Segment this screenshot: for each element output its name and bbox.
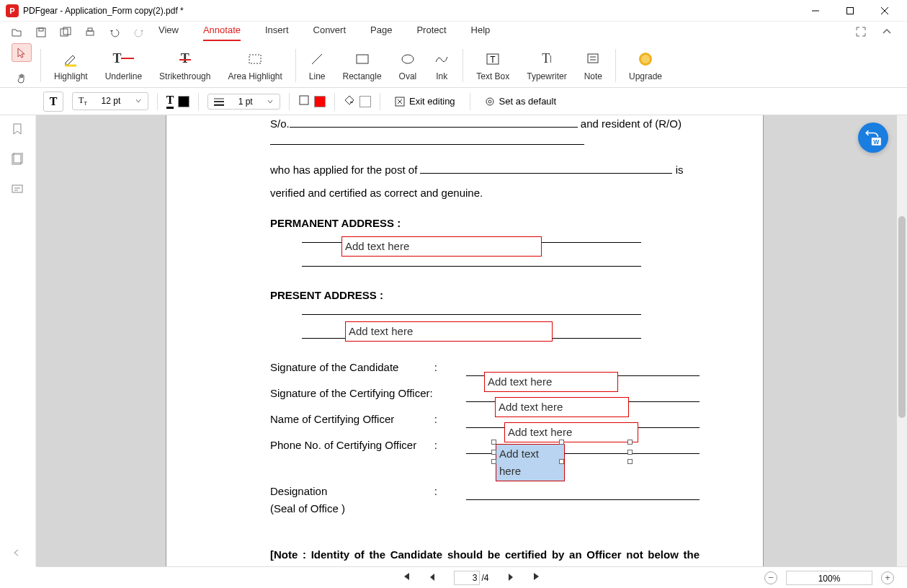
note-text: [Note : Identity of the Candidate should… — [270, 546, 700, 566]
svg-point-14 — [402, 55, 414, 63]
border-color-swatch[interactable] — [314, 96, 326, 107]
svg-rect-33 — [12, 185, 22, 192]
expand-sidebar-icon[interactable] — [12, 548, 22, 561]
rectangle-button[interactable]: Rectangle — [334, 43, 390, 88]
zoom-in-button[interactable]: + — [881, 571, 894, 584]
tab-page[interactable]: Page — [370, 24, 392, 41]
strikethrough-button[interactable]: TStrikethrough — [151, 43, 219, 88]
bookmarks-icon[interactable] — [11, 122, 25, 137]
thumbnails-icon[interactable] — [11, 153, 25, 167]
svg-rect-5 — [39, 28, 43, 31]
textbox-annotation-selected[interactable]: Add text here — [496, 444, 565, 481]
tab-convert[interactable]: Convert — [313, 24, 347, 41]
ink-button[interactable]: Ink — [425, 43, 458, 88]
upgrade-button[interactable]: Upgrade — [620, 43, 671, 88]
line-button[interactable]: Line — [300, 43, 334, 88]
tab-view[interactable]: View — [158, 24, 179, 41]
area-highlight-button[interactable]: Area Highlight — [219, 43, 290, 88]
highlight-button[interactable]: Highlight — [45, 43, 97, 88]
doc-text: is — [676, 164, 684, 176]
textbox-annotation[interactable]: Add text here — [341, 236, 542, 257]
svg-rect-17 — [588, 54, 598, 63]
textbox-annotation[interactable]: Add text here — [484, 372, 618, 392]
fill-color-icon — [344, 94, 355, 109]
print-icon[interactable] — [84, 26, 97, 39]
convert-word-button[interactable]: W — [858, 122, 888, 153]
font-color-icon: T — [166, 94, 174, 109]
tab-annotate[interactable]: Annotate — [203, 24, 241, 41]
save-icon[interactable] — [35, 26, 48, 39]
oval-button[interactable]: Oval — [390, 43, 426, 88]
app-logo: P — [6, 4, 19, 17]
next-page-button[interactable] — [506, 572, 515, 584]
window-title: PDFgear - Application_Form copy(2).pdf * — [23, 6, 799, 16]
document-canvas[interactable]: S/o. and resident of (R/O) who has appli… — [36, 115, 907, 566]
svg-rect-8 — [86, 31, 94, 35]
present-address-label: PRESENT ADDRESS : — [270, 287, 700, 304]
page-number-input[interactable] — [454, 571, 480, 585]
page-total: /4 — [481, 573, 488, 583]
collapse-ribbon-icon[interactable] — [881, 26, 894, 39]
doc-text: verified and certified as correct and ge… — [270, 184, 700, 202]
svg-rect-25 — [300, 96, 308, 104]
textbox-annotation[interactable]: Add text here — [495, 397, 629, 417]
svg-point-21 — [641, 55, 650, 63]
textbox-annotation[interactable]: Add text here — [504, 422, 638, 442]
font-size-select[interactable]: TT 12 pt — [72, 92, 148, 110]
svg-rect-9 — [88, 28, 92, 31]
border-color-icon — [298, 94, 310, 109]
phone-officer-label: Phone No. of Certifying Officer — [270, 439, 416, 451]
fill-color-swatch[interactable] — [359, 96, 371, 107]
font-color-swatch[interactable] — [178, 96, 189, 107]
select-tool[interactable] — [12, 43, 32, 62]
svg-point-29 — [486, 98, 493, 105]
sig-officer-label: Signature of the Certifying Officer: — [270, 385, 437, 402]
comments-icon[interactable] — [11, 183, 25, 197]
last-page-button[interactable] — [532, 571, 542, 584]
close-button[interactable] — [868, 0, 901, 22]
maximize-button[interactable] — [834, 0, 867, 22]
designation-label: Designation — [270, 485, 327, 497]
tab-insert[interactable]: Insert — [265, 24, 289, 41]
open-icon[interactable] — [10, 26, 23, 39]
undo-icon[interactable] — [108, 26, 121, 39]
textbox-button[interactable]: TText Box — [468, 43, 518, 88]
svg-point-30 — [488, 100, 491, 103]
underline-button[interactable]: TUnderline — [97, 43, 151, 88]
doc-text: who has applied for the post of — [270, 164, 417, 176]
set-default-button[interactable]: Set as default — [479, 93, 563, 110]
svg-text:W: W — [873, 138, 880, 146]
tab-help[interactable]: Help — [471, 24, 491, 41]
fullscreen-icon[interactable] — [855, 26, 868, 39]
tab-protect[interactable]: Protect — [416, 24, 446, 41]
hand-tool[interactable] — [12, 69, 32, 88]
vertical-scrollbar[interactable] — [897, 115, 907, 566]
svg-rect-13 — [357, 55, 368, 63]
svg-rect-4 — [37, 28, 45, 37]
textbox-annotation[interactable]: Add text here — [345, 321, 553, 342]
prev-page-button[interactable] — [428, 572, 437, 584]
zoom-out-button[interactable]: − — [764, 571, 777, 584]
name-officer-label: Name of Certifying Officer — [270, 413, 394, 425]
seal-label: (Seal of Office ) — [270, 500, 700, 517]
border-width-select[interactable]: 1 pt — [207, 94, 280, 110]
doc-text: S/o. — [270, 117, 290, 130]
font-family-button[interactable]: T — [43, 92, 63, 112]
zoom-value[interactable]: 100% — [786, 571, 872, 585]
first-page-button[interactable] — [401, 571, 411, 584]
svg-rect-11 — [249, 55, 261, 63]
permanent-address-label: PERMANENT ADDRESS : — [270, 215, 700, 232]
save-as-icon[interactable] — [59, 26, 72, 39]
typewriter-button[interactable]: T|Typewriter — [518, 43, 575, 88]
redo-icon[interactable] — [133, 26, 146, 39]
svg-text:T: T — [491, 55, 496, 65]
minimize-button[interactable] — [799, 0, 832, 22]
svg-rect-1 — [847, 7, 854, 14]
sig-candidate-label: Signature of the Candidate — [270, 361, 398, 373]
doc-text: and resident of (R/O) — [581, 117, 682, 130]
svg-line-12 — [312, 54, 322, 64]
exit-editing-button[interactable]: Exit editing — [389, 93, 461, 110]
note-button[interactable]: Note — [576, 43, 611, 88]
